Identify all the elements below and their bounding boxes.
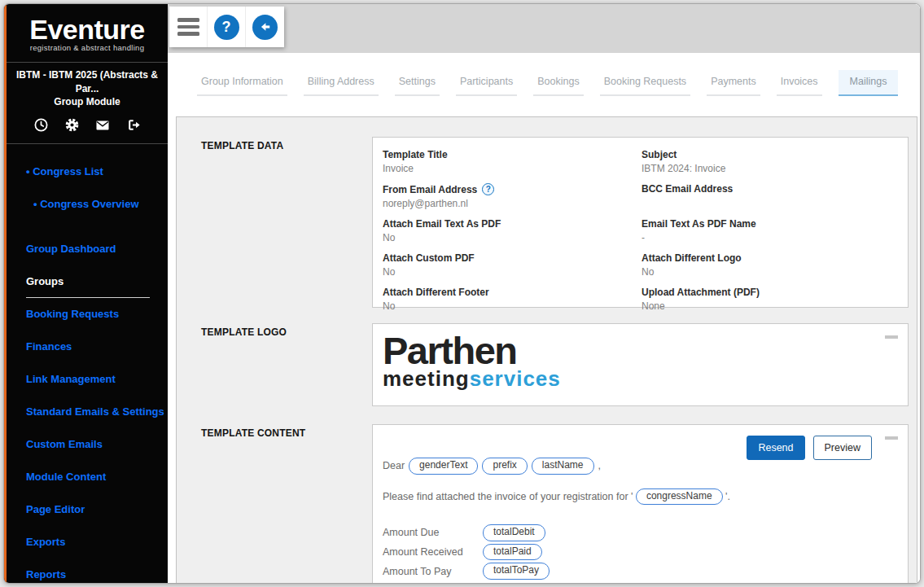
body-line: Please find attached the invoice of your… [383,488,896,506]
sidebar-item-groups[interactable]: Groups [26,275,168,308]
greeting-line: Dear genderText prefix lastName , [383,458,896,475]
sidebar-item-standard-emails[interactable]: Standard Emails & Settings [26,405,168,438]
field-upload-attachment: Upload Attachment (PDF) None [642,287,898,312]
sidebar: Eventure registration & abstract handlin… [4,4,168,583]
back-arrow-icon [252,15,278,40]
sidebar-item-congress-list[interactable]: • Congress List [26,165,168,198]
body-text-before: Please find attached the invoice of your… [383,490,633,502]
app-logo: Eventure registration & abstract handlin… [7,4,168,52]
token-prefix: prefix [482,458,527,475]
parthen-logo-services: services [470,366,561,391]
sidebar-item-congress-overview[interactable]: • Congress Overview [26,198,168,230]
resend-button[interactable]: Resend [747,436,804,460]
sidebar-item-group-dashboard[interactable]: Group Dashboard [26,243,168,275]
sidebar-item-finances[interactable]: Finances [26,340,168,373]
token-gendertext: genderText [409,458,478,475]
app-logo-subtitle: registration & abstract handling [7,43,168,52]
template-logo-title: TEMPLATE LOGO [201,323,372,406]
token-congressname: congressName [636,488,723,506]
amount-due-row: Amount Due totalDebit [383,524,896,541]
amounts-block: Amount Due totalDebit Amount Received to… [383,524,896,580]
sidebar-nav: • Congress List • Congress Overview Grou… [7,144,168,583]
tab-payments[interactable]: Payments [707,70,760,96]
token-lastname: lastName [532,458,594,475]
greeting-prefix: Dear [383,460,405,471]
sidebar-item-booking-requests[interactable]: Booking Requests [26,308,168,340]
preview-button[interactable]: Preview [813,436,872,460]
template-content-section: TEMPLATE CONTENT Resend Preview Dear gen… [201,424,909,584]
token-totalpaid: totalPaid [483,544,542,561]
parthen-logo-meeting: meeting [383,366,470,391]
collapse-icon[interactable] [885,436,898,440]
template-content-title: TEMPLATE CONTENT [201,424,372,584]
history-clock-icon[interactable] [33,117,49,134]
body-text-after: '. [725,490,730,502]
top-toolbar: ? [169,7,284,47]
tab-billing-address[interactable]: Billing Address [304,70,379,96]
token-totaldebit: totalDebit [483,524,545,541]
template-data-grid: Template Title Invoice Subject IBTM 2024… [373,138,908,321]
sidebar-icon-row [7,108,168,143]
sidebar-item-module-content[interactable]: Module Content [26,471,168,503]
from-email-help-icon[interactable]: ? [482,183,494,195]
settings-gear-icon[interactable] [63,117,80,134]
field-email-text-pdf-name: Email Text As PDF Name - [642,218,898,243]
template-data-card: Template Title Invoice Subject IBTM 2024… [372,137,909,308]
tab-bookings[interactable]: Bookings [533,70,583,96]
field-bcc-email: BCC Email Address [642,183,898,209]
congress-title: IBTM - IBTM 2025 (Abstracts & Par... [10,68,164,94]
template-logo-section: TEMPLATE LOGO Parthen meetingservices [201,323,909,406]
back-button[interactable] [246,7,284,47]
sidebar-main-group: Group Dashboard Groups Booking Requests … [26,243,168,583]
token-totaltopay: totalToPay [483,563,550,580]
amount-received-row: Amount Received totalPaid [383,544,896,561]
sidebar-item-custom-emails[interactable]: Custom Emails [26,438,168,471]
congress-header: IBTM - IBTM 2025 (Abstracts & Par... Gro… [7,63,168,108]
collapse-icon[interactable] [885,335,898,339]
template-content-card: Resend Preview Dear genderText prefix la… [372,424,909,584]
field-attach-different-footer: Attach Different Footer No [383,287,642,312]
mail-envelope-icon[interactable] [94,117,111,134]
menu-button[interactable] [169,7,208,47]
sidebar-item-exports[interactable]: Exports [26,536,168,568]
content-panel: TEMPLATE DATA Template Title Invoice Sub… [176,116,917,584]
field-attach-email-text: Attach Email Text As PDF No [383,218,642,243]
tab-mailings[interactable]: Mailings [839,70,899,96]
tab-booking-requests[interactable]: Booking Requests [600,70,690,96]
tab-group-information[interactable]: Group Information [197,70,287,96]
app-logo-title: Eventure [7,15,168,45]
logout-icon[interactable] [125,117,142,134]
parthen-logo-wordmark: Parthen [383,331,908,370]
tab-participants[interactable]: Participants [456,70,517,96]
field-attach-different-logo: Attach Different Logo No [642,252,898,278]
sidebar-item-link-management[interactable]: Link Management [26,373,168,405]
tab-bar: Group Information Billing Address Settin… [168,53,920,116]
amount-to-pay-row: Amount To Pay totalToPay [383,563,896,580]
help-icon: ? [214,15,239,40]
field-template-title: Template Title Invoice [383,149,642,174]
field-subject: Subject IBTM 2024: Invoice [642,149,898,174]
help-button[interactable]: ? [208,7,246,47]
main-area: ? Group Information Billing Address Sett… [168,4,920,583]
greeting-suffix: , [598,460,601,471]
module-title: Group Module [10,95,164,108]
tab-settings[interactable]: Settings [395,70,440,96]
template-data-section: TEMPLATE DATA Template Title Invoice Sub… [201,137,909,308]
sidebar-item-page-editor[interactable]: Page Editor [26,503,168,536]
field-attach-custom-pdf: Attach Custom PDF No [383,252,642,278]
template-logo-card: Parthen meetingservices [372,323,909,406]
template-data-title: TEMPLATE DATA [201,137,372,308]
parthen-logo: Parthen meetingservices [373,324,908,392]
hamburger-icon [177,18,199,36]
tab-invoices[interactable]: Invoices [777,70,822,96]
sidebar-item-reports[interactable]: Reports [26,568,168,583]
sidebar-bullet-group: • Congress List • Congress Overview [26,165,168,230]
field-from-email: From Email Address ? noreply@parthen.nl [383,183,642,209]
content-actions: Resend Preview [747,436,872,460]
app-window: Eventure registration & abstract handlin… [3,3,921,584]
